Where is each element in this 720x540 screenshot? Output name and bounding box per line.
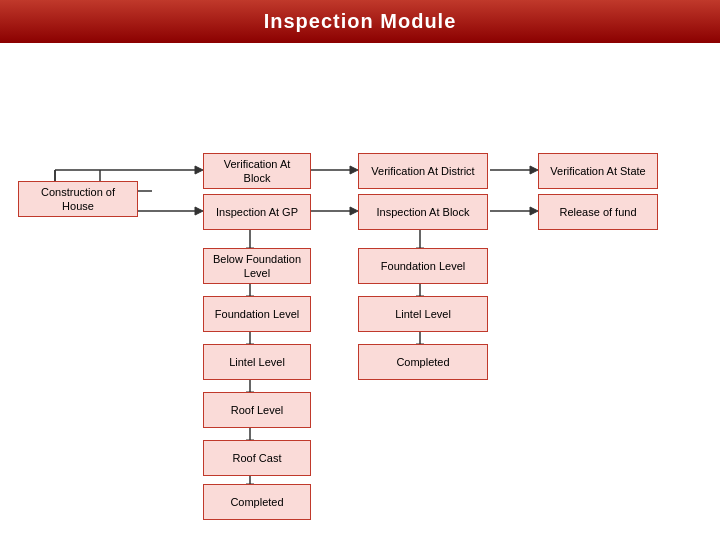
svg-marker-7: [350, 166, 358, 174]
completed-right-box: Completed: [358, 344, 488, 380]
header-title: Inspection Module: [264, 10, 457, 32]
foundation-level-left-box: Foundation Level: [203, 296, 311, 332]
inspection-at-gp-box: Inspection At GP: [203, 194, 311, 230]
roof-cast-box: Roof Cast: [203, 440, 311, 476]
svg-marker-5: [195, 166, 203, 174]
foundation-level-right-box: Foundation Level: [358, 248, 488, 284]
completed-left-box: Completed: [203, 484, 311, 520]
svg-marker-1: [195, 207, 203, 215]
main-content: Construction of House Verification At Bl…: [0, 43, 720, 540]
inspection-at-block-box: Inspection At Block: [358, 194, 488, 230]
release-of-fund-box: Release of fund: [538, 194, 658, 230]
arrows-overlay: [0, 43, 720, 540]
svg-marker-9: [530, 166, 538, 174]
construction-of-house-box: Construction of House: [18, 181, 138, 217]
svg-marker-13: [530, 207, 538, 215]
verification-at-district-box: Verification At District: [358, 153, 488, 189]
svg-marker-11: [350, 207, 358, 215]
lintel-level-left-box: Lintel Level: [203, 344, 311, 380]
lintel-level-right-box: Lintel Level: [358, 296, 488, 332]
roof-level-box: Roof Level: [203, 392, 311, 428]
verification-at-state-box: Verification At State: [538, 153, 658, 189]
header: Inspection Module: [0, 0, 720, 43]
below-foundation-level-box: Below Foundation Level: [203, 248, 311, 284]
verification-at-block-box: Verification At Block: [203, 153, 311, 189]
